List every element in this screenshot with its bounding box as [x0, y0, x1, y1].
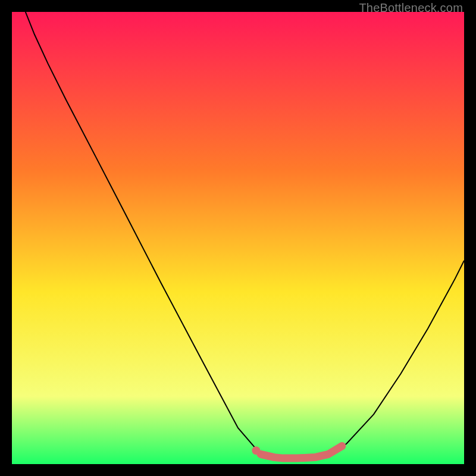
chart-frame: TheBottleneck.com [0, 0, 476, 476]
bottleneck-plot [12, 12, 464, 464]
gradient-background [12, 12, 464, 464]
watermark-text: TheBottleneck.com [359, 1, 463, 15]
optimal-point-dot [252, 446, 260, 455]
